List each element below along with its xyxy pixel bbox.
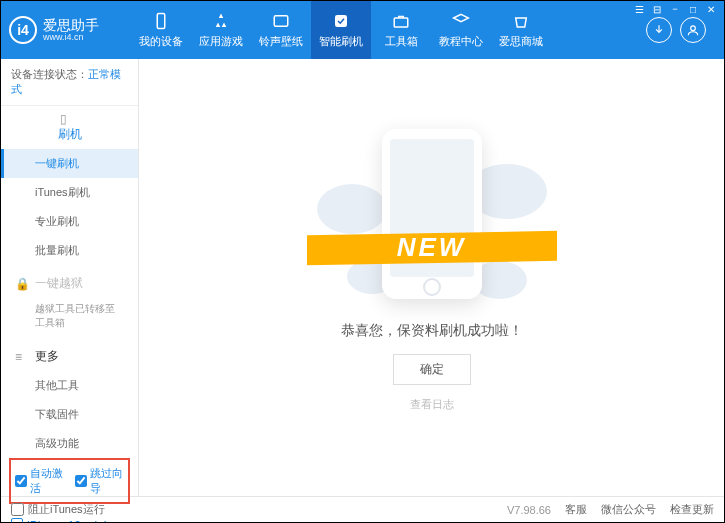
main-panel: NEW 恭喜您，保资料刷机成功啦！ 确定 查看日志 — [139, 59, 724, 496]
pin-button[interactable]: ⊟ — [649, 2, 665, 16]
nav-apps[interactable]: 应用游戏 — [191, 1, 251, 59]
ok-button[interactable]: 确定 — [393, 354, 471, 385]
sidebar: 设备连接状态：正常模式 ▯刷机 一键刷机 iTunes刷机 专业刷机 批量刷机 … — [1, 59, 139, 496]
logo[interactable]: i4 爱思助手 www.i4.cn — [9, 16, 131, 44]
minimize-button[interactable]: － — [667, 2, 683, 16]
tutorial-icon — [452, 12, 470, 30]
sidebar-item-othertools[interactable]: 其他工具 — [1, 371, 138, 400]
skip-guide-checkbox[interactable]: 跳过向导 — [75, 466, 125, 496]
sidebar-section-flash[interactable]: ▯刷机 — [1, 106, 138, 149]
nav: 我的设备 应用游戏 铃声壁纸 智能刷机 工具箱 教程中心 爱思商城 — [131, 1, 646, 59]
store-icon — [512, 12, 530, 30]
header: i4 爱思助手 www.i4.cn 我的设备 应用游戏 铃声壁纸 智能刷机 工具… — [1, 1, 724, 59]
lock-icon: 🔒 — [15, 277, 29, 291]
logo-icon: i4 — [9, 16, 37, 44]
options-box: 自动激活 跳过向导 — [9, 458, 130, 504]
check-update-link[interactable]: 检查更新 — [670, 502, 714, 517]
support-link[interactable]: 客服 — [565, 502, 587, 517]
nav-store[interactable]: 爱思商城 — [491, 1, 551, 59]
jailbreak-note: 越狱工具已转移至工具箱 — [35, 302, 124, 330]
more-icon: ≡ — [15, 350, 29, 364]
connection-status: 设备连接状态：正常模式 — [1, 59, 138, 106]
svg-rect-3 — [394, 18, 408, 27]
toolbox-icon — [392, 12, 410, 30]
nav-flash[interactable]: 智能刷机 — [311, 1, 371, 59]
svg-rect-0 — [157, 13, 165, 28]
sidebar-section-more[interactable]: ≡更多 — [1, 342, 138, 371]
svg-point-4 — [691, 26, 696, 31]
sidebar-item-proflash[interactable]: 专业刷机 — [1, 207, 138, 236]
svg-rect-2 — [335, 15, 347, 27]
sidebar-item-quickflash[interactable]: 一键刷机 — [1, 149, 138, 178]
svg-rect-1 — [274, 15, 288, 26]
nav-my-device[interactable]: 我的设备 — [131, 1, 191, 59]
user-button[interactable] — [680, 17, 706, 43]
nav-tutorial[interactable]: 教程中心 — [431, 1, 491, 59]
sidebar-item-advanced[interactable]: 高级功能 — [1, 429, 138, 458]
logo-url: www.i4.cn — [43, 32, 99, 42]
ribbon-text: NEW — [397, 232, 467, 263]
phone-icon: ▯ — [60, 112, 74, 126]
nav-ringtone[interactable]: 铃声壁纸 — [251, 1, 311, 59]
success-illustration: NEW — [317, 124, 547, 304]
sidebar-item-batchflash[interactable]: 批量刷机 — [1, 236, 138, 265]
maximize-button[interactable]: □ — [685, 2, 701, 16]
sidebar-section-jailbreak[interactable]: 🔒一键越狱 — [1, 269, 138, 298]
menu-button[interactable]: ☰ — [631, 2, 647, 16]
phone-icon — [152, 12, 170, 30]
device-name: iPhone 12 mini — [11, 518, 128, 523]
logo-name: 爱思助手 — [43, 18, 99, 32]
view-log-link[interactable]: 查看日志 — [410, 397, 454, 412]
block-itunes-checkbox[interactable]: 阻止iTunes运行 — [11, 502, 105, 517]
flash-icon — [332, 12, 350, 30]
version-label: V7.98.66 — [507, 504, 551, 516]
wechat-link[interactable]: 微信公众号 — [601, 502, 656, 517]
sidebar-item-itunesflash[interactable]: iTunes刷机 — [1, 178, 138, 207]
apps-icon — [212, 12, 230, 30]
close-button[interactable]: ✕ — [703, 2, 719, 16]
sidebar-item-downloadfw[interactable]: 下载固件 — [1, 400, 138, 429]
success-message: 恭喜您，保资料刷机成功啦！ — [341, 322, 523, 340]
nav-toolbox[interactable]: 工具箱 — [371, 1, 431, 59]
auto-activate-checkbox[interactable]: 自动激活 — [15, 466, 65, 496]
download-button[interactable] — [646, 17, 672, 43]
wallpaper-icon — [272, 12, 290, 30]
